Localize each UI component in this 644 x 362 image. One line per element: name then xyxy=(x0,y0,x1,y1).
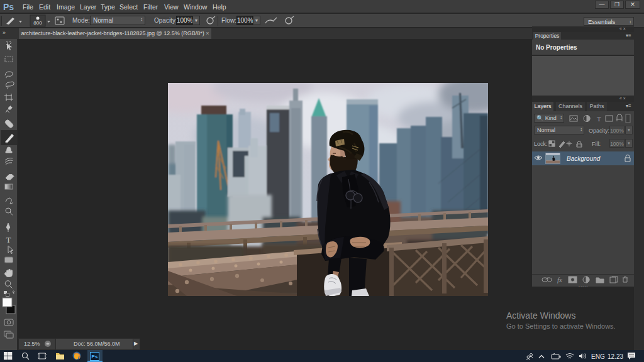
svg-text:fx: fx xyxy=(557,276,562,283)
svg-text:T: T xyxy=(597,115,601,123)
svg-text:T: T xyxy=(6,235,11,244)
svg-text:800: 800 xyxy=(33,20,42,26)
